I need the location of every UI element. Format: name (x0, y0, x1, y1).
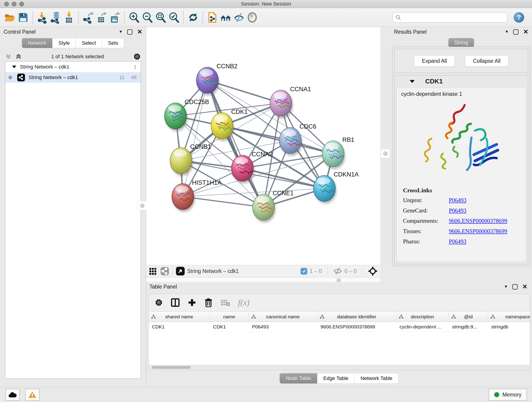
table-cell[interactable]: 9606.ENSP00000378699 (317, 322, 396, 332)
network-node-CDC6[interactable]: CDC6 (279, 123, 317, 156)
table-cell[interactable]: CDK1 (210, 322, 249, 332)
expand-all-button[interactable]: Expand All (414, 55, 455, 67)
panel-maximize-button[interactable] (512, 284, 518, 289)
column-header-shared-name[interactable]: shared name (149, 312, 210, 322)
gene-description: cyclin-dependent kinase 1 (401, 91, 526, 97)
zoom-in-button[interactable] (127, 11, 141, 24)
tab-select[interactable]: Select (76, 38, 102, 48)
delete-column-trash-icon[interactable] (204, 298, 213, 307)
vertical-splitter[interactable] (380, 27, 390, 282)
collapse-all-chevron-icon[interactable] (5, 54, 12, 60)
zoom-selected-button[interactable] (167, 11, 181, 24)
table-options-gear-icon[interactable] (155, 298, 163, 307)
footer-separator (327, 267, 328, 276)
crosslink-link[interactable]: P06493 (449, 197, 466, 204)
crosslink-link[interactable]: P06493 (449, 207, 466, 214)
scrollbar-thumb[interactable] (152, 366, 191, 369)
section-collapse-icon[interactable] (410, 80, 415, 83)
refresh-view-button[interactable] (186, 11, 200, 24)
collapse-all-button[interactable]: Collapse All (465, 55, 508, 67)
crosslink-link[interactable]: 9606.ENSP00000378699 (449, 228, 507, 235)
network-row[interactable]: String Network – cdk1 11 48 (5, 72, 141, 83)
column-type-icon (490, 314, 495, 319)
crosslink-link[interactable]: 9606.ENSP00000378699 (449, 218, 507, 224)
table-cell[interactable]: stringdb:9... (449, 322, 488, 332)
control-panel: Control Panel ▼ ✕ NetworkStyleSelectSets… (0, 27, 146, 387)
home-networks-button[interactable] (219, 11, 232, 24)
table-row[interactable]: CDK1CDK1P064939606.ENSP00000378699cyclin… (149, 322, 530, 332)
selected-checkbox[interactable] (301, 268, 307, 274)
table-cell[interactable]: stringdb (488, 322, 530, 332)
export-image-button[interactable] (108, 11, 121, 24)
save-session-button[interactable] (17, 11, 30, 24)
panel-float-button[interactable]: ▼ (504, 284, 508, 289)
export-table-button[interactable] (95, 11, 108, 24)
network-node-CCNE1[interactable]: CCNE1 (253, 190, 294, 223)
node-navigator-crosshair-icon[interactable] (368, 266, 378, 276)
network-edge-CDK1-RB1[interactable] (222, 126, 333, 154)
column-header-name[interactable]: name (210, 312, 249, 322)
network-from-document-button[interactable] (206, 11, 219, 24)
panel-float-button[interactable]: ▼ (119, 30, 123, 34)
open-session-button[interactable] (3, 11, 17, 24)
show-glass-button[interactable] (246, 11, 259, 24)
string-view-icon[interactable] (160, 267, 169, 275)
collection-expander-icon[interactable] (12, 65, 16, 68)
import-network-file-button[interactable] (36, 11, 49, 24)
table-cell[interactable]: cyclin-dependent ... (396, 322, 449, 332)
network-node-CDK1[interactable]: CDK1 (211, 108, 248, 141)
network-node-CCNA1[interactable]: CCNA1 (270, 86, 311, 119)
table-cell[interactable]: P06493 (249, 322, 317, 332)
network-node-CCNB2[interactable]: CCNB2 (196, 63, 238, 96)
search-input[interactable] (401, 13, 505, 22)
network-edge-CCNB2-CCNE1[interactable] (207, 80, 264, 207)
tab-string[interactable]: String (448, 38, 474, 47)
column-header-description[interactable]: description (396, 312, 449, 322)
tab-network[interactable]: Network (22, 38, 53, 48)
birds-eye-grid-icon[interactable] (149, 267, 157, 275)
panel-close-button[interactable]: ✕ (523, 29, 528, 35)
panel-float-button[interactable]: ▼ (505, 30, 509, 34)
panel-maximize-button[interactable] (513, 29, 519, 35)
zoom-fit-button[interactable] (154, 11, 167, 24)
open-in-window-icon[interactable] (176, 267, 185, 276)
network-node-CCNB1[interactable]: CCNB1 (170, 143, 211, 176)
gene-section-header[interactable]: CDK1 (394, 76, 528, 87)
column-header-canonical-name[interactable]: canonical name (249, 312, 317, 322)
table-horizontal-scrollbar[interactable] (149, 365, 530, 370)
network-collection-row[interactable]: String Network – cdk1 1 (5, 62, 141, 72)
zoom-out-button[interactable] (141, 11, 154, 24)
panel-maximize-button[interactable] (127, 29, 133, 35)
warnings-button[interactable] (25, 389, 39, 401)
tab-style[interactable]: Style (52, 38, 76, 48)
import-network-database-button[interactable] (49, 11, 62, 24)
network-canvas[interactable]: CCNB2CCNA1CDC25BCDK1CDC6RB1CCNB1CCNA2CDK… (146, 27, 380, 265)
crosslink-link[interactable]: P06493 (449, 238, 466, 245)
tab-sets[interactable]: Sets (102, 38, 124, 48)
export-network-file-button[interactable] (82, 11, 95, 24)
create-column-plus-icon[interactable] (188, 298, 196, 307)
tab-edge-table[interactable]: Edge Table (317, 373, 355, 384)
panel-close-button[interactable]: ✕ (137, 29, 142, 35)
expand-all-chevron-icon[interactable] (15, 54, 22, 60)
left-splitter-handle[interactable] (138, 201, 147, 210)
panel-close-button[interactable]: ✕ (522, 284, 527, 290)
cloud-status-button[interactable] (6, 389, 20, 401)
network-node-CDKN1A[interactable]: CDKN1A (313, 171, 359, 204)
column-header-database-identifier[interactable]: database identifier (317, 312, 396, 322)
network-options-gear-icon[interactable] (133, 53, 141, 61)
table-cell[interactable]: CDK1 (149, 322, 210, 332)
memory-button[interactable]: Memory (489, 389, 527, 401)
column-header-@id[interactable]: @id (449, 312, 488, 322)
network-node-CDC25B[interactable]: CDC25B (165, 99, 209, 131)
table-toolbar: f(x) (149, 294, 530, 311)
hide-glass-button[interactable] (232, 11, 246, 24)
network-node-RB1[interactable]: RB1 (322, 136, 355, 169)
import-table-button[interactable] (62, 11, 76, 24)
tab-node-table[interactable]: Node Table (279, 373, 317, 384)
show-columns-icon[interactable] (171, 298, 180, 307)
column-header-namespace[interactable]: namespace (488, 312, 530, 322)
tab-network-table[interactable]: Network Table (355, 373, 399, 384)
help-button[interactable]: ? (514, 12, 524, 23)
right-splitter-handle[interactable] (381, 149, 390, 158)
